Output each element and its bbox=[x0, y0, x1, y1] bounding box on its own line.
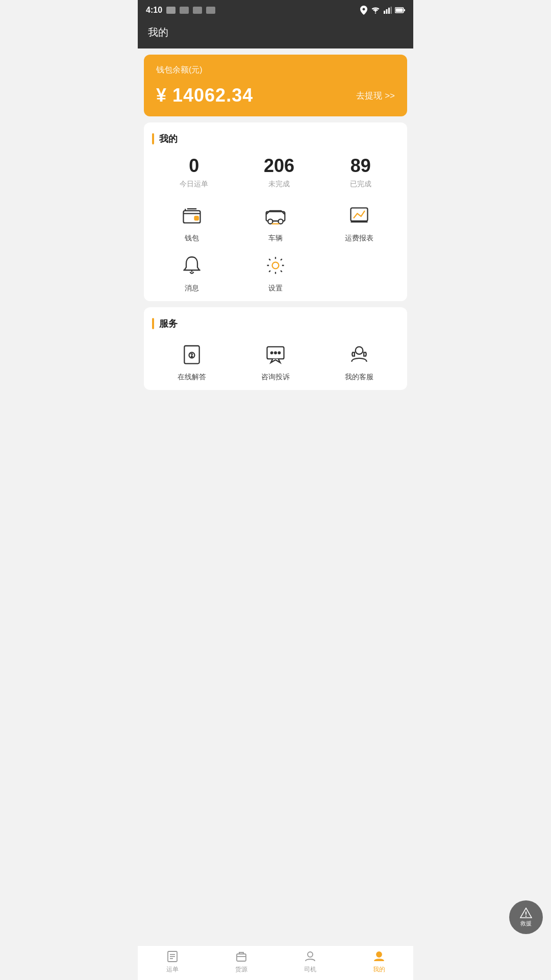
menu-customer[interactable]: 我的客服 bbox=[319, 340, 399, 382]
service-card-accent bbox=[152, 318, 154, 329]
svg-rect-5 bbox=[404, 9, 406, 11]
service-section-card: 服务 ? 在线解答 bbox=[144, 307, 407, 390]
svg-rect-6 bbox=[396, 9, 403, 12]
complaint-icon bbox=[264, 343, 287, 365]
message-menu-icon bbox=[181, 254, 203, 277]
my-menu-grid: 钱包 车辆 bbox=[152, 201, 399, 293]
svg-rect-1 bbox=[386, 9, 388, 14]
wifi-icon bbox=[370, 7, 381, 14]
message-menu-label: 消息 bbox=[185, 284, 199, 293]
svg-point-27 bbox=[356, 347, 363, 354]
service-section-title: 服务 bbox=[159, 317, 178, 330]
wallet-amount: ¥ 14062.34 bbox=[156, 85, 253, 106]
stat-incomplete[interactable]: 206 未完成 bbox=[264, 155, 294, 189]
faq-icon: ? bbox=[181, 343, 203, 365]
customer-menu-label: 我的客服 bbox=[345, 373, 373, 382]
square-icon1 bbox=[180, 7, 189, 14]
svg-rect-0 bbox=[384, 11, 385, 14]
complete-label: 已完成 bbox=[350, 180, 371, 189]
stats-row: 0 今日运单 206 未完成 89 已完成 bbox=[152, 155, 399, 189]
stat-today-orders[interactable]: 0 今日运单 bbox=[180, 155, 208, 189]
wallet-label: 钱包余额(元) bbox=[156, 65, 395, 76]
withdraw-button[interactable]: 去提现 >> bbox=[356, 90, 395, 102]
complete-number: 89 bbox=[350, 155, 371, 177]
svg-point-24 bbox=[271, 352, 273, 354]
svg-rect-3 bbox=[391, 7, 392, 14]
my-section-card: 我的 0 今日运单 206 未完成 89 已完成 bbox=[144, 122, 407, 301]
service-menu-grid: ? 在线解答 咨询投诉 bbox=[152, 340, 399, 382]
square-icon2 bbox=[193, 7, 202, 14]
freight-menu-label: 运费报表 bbox=[345, 234, 373, 243]
stat-complete[interactable]: 89 已完成 bbox=[350, 155, 371, 189]
location-icon bbox=[360, 6, 367, 15]
menu-vehicle[interactable]: 车辆 bbox=[236, 201, 315, 243]
battery-icon bbox=[395, 7, 405, 13]
status-bar: 4:10 bbox=[138, 0, 413, 20]
wallet-card[interactable]: 钱包余额(元) ¥ 14062.34 去提现 >> bbox=[144, 55, 407, 116]
wallet-menu-icon bbox=[181, 204, 203, 227]
svg-point-17 bbox=[272, 262, 279, 269]
menu-settings[interactable]: 设置 bbox=[236, 251, 315, 293]
complaint-menu-label: 咨询投诉 bbox=[261, 373, 290, 382]
image-icon bbox=[166, 7, 176, 14]
svg-point-11 bbox=[279, 219, 283, 224]
page-title: 我的 bbox=[148, 27, 168, 38]
status-time: 4:10 bbox=[146, 6, 162, 15]
customer-icon bbox=[348, 343, 370, 365]
square-icon3 bbox=[206, 7, 215, 14]
incomplete-number: 206 bbox=[264, 155, 294, 177]
page-header: 我的 bbox=[138, 20, 413, 48]
wallet-menu-label: 钱包 bbox=[185, 234, 199, 243]
menu-freight[interactable]: 运费报表 bbox=[319, 201, 399, 243]
faq-menu-label: 在线解答 bbox=[178, 373, 206, 382]
settings-menu-icon bbox=[264, 254, 287, 277]
incomplete-label: 未完成 bbox=[268, 180, 290, 189]
today-orders-label: 今日运单 bbox=[180, 180, 208, 189]
settings-menu-label: 设置 bbox=[268, 284, 283, 293]
vehicle-menu-icon bbox=[264, 204, 287, 227]
svg-rect-8 bbox=[195, 216, 198, 220]
my-section-title: 我的 bbox=[159, 133, 178, 145]
card-accent bbox=[152, 133, 154, 144]
freight-menu-icon bbox=[348, 204, 370, 227]
svg-text:?: ? bbox=[190, 352, 193, 358]
menu-faq[interactable]: ? 在线解答 bbox=[152, 340, 232, 382]
menu-complaint[interactable]: 咨询投诉 bbox=[236, 340, 315, 382]
today-orders-number: 0 bbox=[189, 155, 199, 177]
menu-wallet[interactable]: 钱包 bbox=[152, 201, 232, 243]
svg-point-25 bbox=[274, 352, 277, 354]
svg-rect-2 bbox=[388, 8, 390, 14]
signal-icon bbox=[384, 7, 392, 14]
svg-point-10 bbox=[268, 219, 272, 224]
svg-point-26 bbox=[279, 352, 281, 354]
status-icons-right bbox=[360, 6, 405, 15]
menu-message[interactable]: 消息 bbox=[152, 251, 232, 293]
vehicle-menu-label: 车辆 bbox=[268, 234, 283, 243]
